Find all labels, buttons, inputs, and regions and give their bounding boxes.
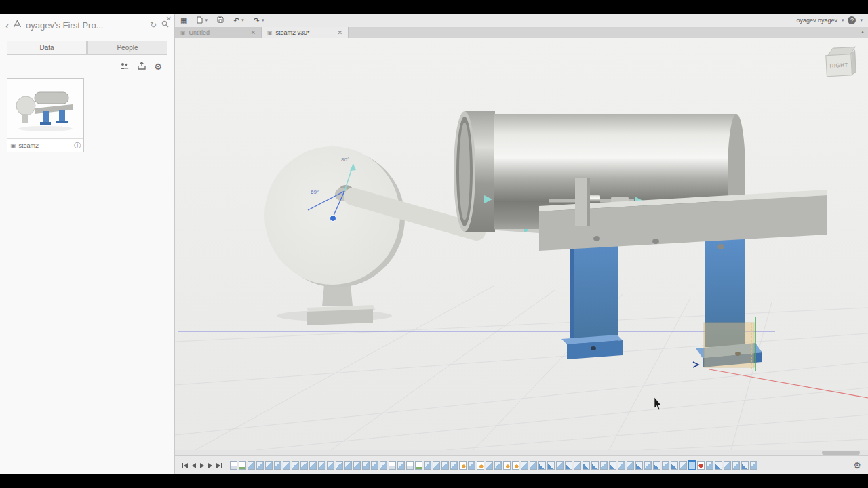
timeline-op-doc[interactable]: [406, 461, 414, 470]
info-icon[interactable]: ⓘ: [74, 141, 81, 150]
timeline-op-joint[interactable]: [468, 461, 475, 470]
tab-people[interactable]: People: [87, 41, 167, 55]
timeline-op-pos[interactable]: [609, 461, 616, 470]
timeline-op-pos[interactable]: [715, 461, 722, 470]
timeline-op-joint[interactable]: [556, 461, 564, 470]
timeline-op-joint[interactable]: [618, 461, 625, 470]
timeline-op-joint[interactable]: [424, 461, 431, 470]
timeline-op-joint[interactable]: [344, 461, 352, 470]
timeline-op-joint[interactable]: [362, 461, 370, 470]
timeline-op-joint[interactable]: [274, 461, 281, 470]
timeline-op-joint[interactable]: [397, 461, 405, 470]
timeline-op-joint[interactable]: [336, 461, 343, 470]
timeline-settings-gear-icon[interactable]: ⚙: [853, 460, 861, 470]
timeline-op-joint[interactable]: [724, 461, 731, 470]
timeline-op-doc[interactable]: [230, 461, 237, 470]
redo-button[interactable]: ↷ ▾: [254, 17, 264, 24]
file-menu-button[interactable]: ▾: [197, 16, 208, 25]
timeline-op-pos[interactable]: [635, 461, 643, 470]
doc-tab-untitled[interactable]: ▣ Untitled ✕: [175, 27, 262, 38]
chevron-down-icon: ▾: [241, 18, 244, 23]
timeline-op-pos[interactable]: [671, 461, 678, 470]
timeline-op-joint[interactable]: [627, 461, 634, 470]
project-item-steam2[interactable]: ▣ steam2 ⓘ: [7, 78, 84, 152]
upload-icon[interactable]: [138, 62, 146, 71]
apps-button[interactable]: ▦: [180, 17, 187, 24]
user-account-button[interactable]: oyagev oyagev: [796, 17, 837, 24]
timeline-op-joint[interactable]: [600, 461, 608, 470]
timeline-op-joint[interactable]: [353, 461, 361, 470]
timeline-op-joint[interactable]: [371, 461, 378, 470]
timeline-op-pos[interactable]: [741, 461, 749, 470]
back-icon[interactable]: ‹: [5, 20, 9, 31]
share-people-icon[interactable]: [120, 62, 130, 71]
step-back-button[interactable]: [192, 461, 196, 470]
timeline-op-doc[interactable]: [389, 461, 396, 470]
timeline-op-joint[interactable]: [706, 461, 713, 470]
timeline-op-warn[interactable]: [512, 461, 519, 470]
viewcube-front-face[interactable]: RIGHT: [825, 54, 852, 77]
timeline-op-pos[interactable]: [653, 461, 660, 470]
valve-bracket-edge: [587, 178, 590, 226]
panel-close-icon[interactable]: ✕: [166, 15, 172, 22]
timeline-op-pos[interactable]: [591, 461, 599, 470]
timeline-op-joint[interactable]: [265, 461, 273, 470]
timeline-op-joint[interactable]: [732, 461, 740, 470]
timeline-op-joint[interactable]: [256, 461, 264, 470]
play-button[interactable]: [208, 461, 212, 470]
file-icon: [197, 16, 203, 25]
timeline-op-joint[interactable]: [300, 461, 308, 470]
timeline-scrollbar[interactable]: [175, 450, 868, 455]
timeline-op-warn[interactable]: [503, 461, 511, 470]
play-backward-button[interactable]: [200, 461, 204, 470]
save-button[interactable]: [217, 16, 224, 24]
timeline-op-warn[interactable]: [477, 461, 484, 470]
timeline-op-joint[interactable]: [441, 461, 449, 470]
timeline-op-sketch[interactable]: [239, 461, 246, 470]
timeline-op-red[interactable]: [697, 461, 705, 470]
go-to-end-button[interactable]: [216, 461, 222, 470]
close-icon[interactable]: ✕: [250, 29, 256, 36]
refresh-icon[interactable]: ↻: [150, 20, 157, 30]
bed-hole: [593, 236, 600, 241]
undo-button[interactable]: ↶ ▾: [233, 17, 244, 24]
timeline-op-joint[interactable]: [679, 461, 687, 470]
timeline-op-joint[interactable]: [662, 461, 669, 470]
timeline-op-pos[interactable]: [538, 461, 546, 470]
timeline-op-joint[interactable]: [283, 461, 290, 470]
timeline-op-joint[interactable]: [450, 461, 458, 470]
timeline-op-joint[interactable]: [248, 461, 255, 470]
viewcube[interactable]: RIGHT: [825, 47, 858, 81]
timeline-op-joint[interactable]: [750, 461, 757, 470]
design-cube-icon: ▣: [10, 142, 16, 149]
timeline-op-joint[interactable]: [530, 461, 537, 470]
timeline-op-sketch[interactable]: [415, 461, 422, 470]
timeline-op-joint[interactable]: [433, 461, 440, 470]
timeline-op-pos[interactable]: [583, 461, 590, 470]
doc-tab-steam2[interactable]: ▣ steam2 v30* ✕: [262, 27, 349, 38]
bed-hole: [652, 239, 659, 244]
timeline-op-pos[interactable]: [547, 461, 555, 470]
gear-icon[interactable]: ⚙: [154, 62, 162, 71]
timeline-op-joint[interactable]: [327, 461, 334, 470]
go-to-start-button[interactable]: [182, 461, 188, 470]
timeline-op-joint[interactable]: [318, 461, 326, 470]
timeline-op-joint[interactable]: [574, 461, 581, 470]
help-button[interactable]: ?: [848, 16, 856, 24]
timeline-op-joint[interactable]: [486, 461, 493, 470]
timeline-op-joint[interactable]: [292, 461, 299, 470]
timeline-op-joint[interactable]: [521, 461, 528, 470]
timeline-op-joint[interactable]: [494, 461, 502, 470]
timeline-op-warn[interactable]: [459, 461, 467, 470]
doc-tab-label: steam2 v30*: [276, 29, 310, 36]
tab-data[interactable]: Data: [7, 41, 87, 55]
close-icon[interactable]: ✕: [337, 29, 342, 36]
timeline-op-joint[interactable]: [644, 461, 652, 470]
viewport-3d[interactable]: 80° 69°: [175, 38, 868, 450]
timeline-op-joint[interactable]: [380, 461, 387, 470]
timeline-op-joint[interactable]: [309, 461, 317, 470]
timeline-op-pos[interactable]: [565, 461, 572, 470]
timeline-op-sel[interactable]: [688, 461, 696, 470]
scrollbar-thumb[interactable]: [822, 451, 860, 455]
collapse-toolbar-icon[interactable]: ▴: [861, 27, 868, 38]
